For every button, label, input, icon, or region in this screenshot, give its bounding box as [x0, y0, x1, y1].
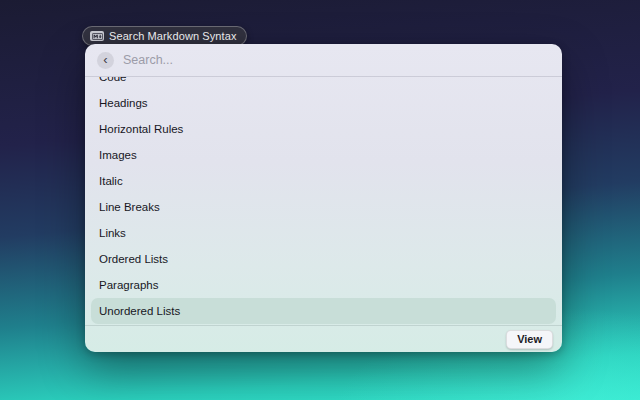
tooltip-label: Search Markdown Syntax	[109, 30, 237, 42]
list-item[interactable]: Horizontal Rules	[91, 116, 556, 142]
markdown-icon	[90, 31, 104, 41]
list-item-label: Links	[99, 227, 126, 239]
list-item-label: Unordered Lists	[99, 305, 180, 317]
chevron-left-icon: ‹	[103, 53, 107, 66]
command-tooltip: Search Markdown Syntax	[82, 26, 247, 46]
list-item[interactable]: Unordered Lists	[91, 298, 556, 324]
syntax-list: Code Headings Horizontal Rules Images It…	[85, 77, 562, 325]
list-item[interactable]: Headings	[91, 90, 556, 116]
list-item[interactable]: Paragraphs	[91, 272, 556, 298]
list-item-label: Images	[99, 149, 137, 161]
list-item-label: Ordered Lists	[99, 253, 168, 265]
panel-footer: View	[85, 325, 562, 352]
list-item-label: Horizontal Rules	[99, 123, 183, 135]
list-item[interactable]: Links	[91, 220, 556, 246]
search-bar: ‹	[85, 44, 562, 77]
back-button[interactable]: ‹	[97, 52, 114, 69]
list-item[interactable]: Images	[91, 142, 556, 168]
view-button[interactable]: View	[506, 330, 553, 349]
search-input[interactable]	[123, 53, 550, 67]
list-item[interactable]: Ordered Lists	[91, 246, 556, 272]
list-item-label: Code	[99, 77, 127, 83]
search-markdown-panel: ‹ Code Headings Horizontal Rules Images …	[85, 44, 562, 352]
list-item-label: Headings	[99, 97, 148, 109]
list-item[interactable]: Italic	[91, 168, 556, 194]
list-item-label: Paragraphs	[99, 279, 158, 291]
list-item-label: Line Breaks	[99, 201, 160, 213]
list-item[interactable]: Line Breaks	[91, 194, 556, 220]
list-item-label: Italic	[99, 175, 123, 187]
list-item[interactable]: Code	[91, 77, 556, 90]
